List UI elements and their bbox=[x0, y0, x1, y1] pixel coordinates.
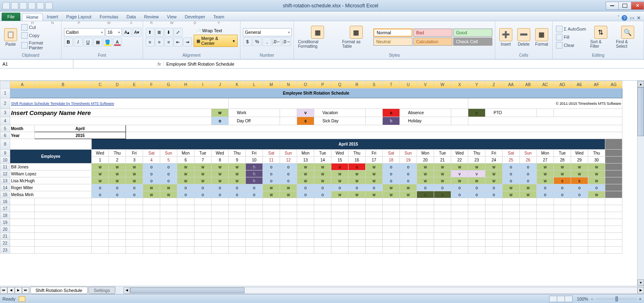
empty-cell[interactable] bbox=[280, 240, 297, 247]
empty-cell[interactable] bbox=[571, 198, 588, 205]
spacer[interactable] bbox=[451, 117, 468, 125]
shift-cell[interactable]: o bbox=[400, 164, 417, 170]
zoom-level[interactable]: 100% bbox=[577, 296, 588, 301]
view-pagebreak-icon[interactable] bbox=[565, 296, 573, 302]
shift-cell[interactable]: w bbox=[348, 170, 366, 177]
row-header-2[interactable]: 2 bbox=[0, 98, 10, 109]
empty-cell[interactable] bbox=[331, 233, 348, 240]
empty-cell[interactable] bbox=[92, 212, 109, 219]
shift-cell[interactable]: w bbox=[314, 164, 331, 170]
empty-cell[interactable] bbox=[554, 198, 571, 205]
legend-s[interactable]: s bbox=[297, 117, 314, 125]
qa-open-icon[interactable] bbox=[45, 2, 53, 9]
shift-cell[interactable]: o bbox=[194, 191, 212, 198]
empty-cell[interactable] bbox=[554, 205, 571, 212]
shift-cell[interactable]: o bbox=[160, 170, 177, 177]
dow-22[interactable]: Wed bbox=[451, 150, 468, 157]
shift-cell[interactable]: w bbox=[229, 177, 246, 184]
empty-cell[interactable] bbox=[280, 212, 297, 219]
empty-cell[interactable] bbox=[246, 247, 263, 254]
empty-cell[interactable] bbox=[588, 247, 605, 254]
empty-cell[interactable] bbox=[109, 226, 126, 233]
daynum-4[interactable]: 4 bbox=[143, 157, 160, 164]
empty-cell[interactable] bbox=[126, 219, 143, 226]
decrease-font-icon[interactable]: A▾ bbox=[132, 28, 141, 37]
empty-cell[interactable] bbox=[520, 219, 537, 226]
shift-cell[interactable]: o bbox=[160, 177, 177, 184]
shift-cell[interactable]: o bbox=[212, 184, 229, 191]
style-bad[interactable]: Bad bbox=[413, 29, 452, 37]
spacer[interactable] bbox=[366, 109, 383, 117]
empty-cell[interactable] bbox=[263, 219, 280, 226]
row-header-15[interactable]: 15 bbox=[0, 191, 10, 198]
empty-cell[interactable] bbox=[246, 205, 263, 212]
legend-v[interactable]: v bbox=[297, 109, 314, 117]
col-header-N[interactable]: N bbox=[280, 81, 297, 88]
empty-cell[interactable] bbox=[314, 205, 331, 212]
shift-cell[interactable]: o bbox=[126, 184, 143, 191]
empty-cell[interactable] bbox=[400, 240, 417, 247]
daynum-25[interactable]: 25 bbox=[503, 157, 520, 164]
ribbon-tab-insert[interactable]: InsertN bbox=[43, 13, 62, 21]
empty-cell[interactable] bbox=[109, 247, 126, 254]
shift-cell[interactable]: w bbox=[143, 191, 160, 198]
empty-cell[interactable] bbox=[246, 233, 263, 240]
dow-24[interactable]: Fri bbox=[485, 150, 503, 157]
empty-cell[interactable] bbox=[92, 219, 109, 226]
legend-label-w[interactable]: Work bbox=[229, 109, 280, 117]
col-header-V[interactable]: V bbox=[417, 81, 434, 88]
empty-cell[interactable] bbox=[520, 212, 537, 219]
scroll-down-icon[interactable]: ▼ bbox=[637, 279, 644, 286]
shift-cell[interactable]: w bbox=[554, 164, 571, 170]
fill-color-button[interactable]: 🪣 bbox=[103, 38, 112, 46]
row-header-20[interactable]: 20 bbox=[0, 226, 10, 233]
shift-cell[interactable]: w bbox=[92, 164, 109, 170]
empty-cell[interactable] bbox=[417, 219, 434, 226]
empty-cell[interactable] bbox=[383, 219, 400, 226]
empty-cell[interactable] bbox=[35, 219, 92, 226]
shift-cell[interactable]: w bbox=[554, 170, 571, 177]
row-header-3[interactable]: 3 bbox=[0, 109, 10, 117]
empty-cell[interactable] bbox=[383, 233, 400, 240]
empty-cell[interactable] bbox=[194, 219, 212, 226]
shift-cell[interactable]: o bbox=[246, 184, 263, 191]
shift-cell[interactable]: w bbox=[194, 177, 212, 184]
employee-name[interactable]: Bill Jones bbox=[10, 164, 92, 170]
underline-button[interactable]: U bbox=[84, 38, 93, 46]
shift-cell[interactable]: w bbox=[194, 170, 212, 177]
shift-cell[interactable]: o bbox=[503, 164, 520, 170]
empty-cell[interactable] bbox=[503, 219, 520, 226]
empty-cell[interactable] bbox=[143, 240, 160, 247]
empty-cell[interactable] bbox=[417, 198, 434, 205]
dow-23[interactable]: Thu bbox=[468, 150, 485, 157]
ribbon-tab-page-layout[interactable]: Page LayoutP bbox=[62, 13, 96, 21]
shift-cell[interactable]: w bbox=[229, 170, 246, 177]
macro-record-icon[interactable] bbox=[19, 296, 25, 302]
empty-cell[interactable] bbox=[588, 212, 605, 219]
empty-cell[interactable] bbox=[554, 212, 571, 219]
empty-cell[interactable] bbox=[468, 240, 485, 247]
empty-cell[interactable] bbox=[417, 233, 434, 240]
end-col[interactable] bbox=[605, 164, 622, 170]
ribbon-tab-home[interactable]: HomeH bbox=[22, 13, 43, 21]
empty-cell[interactable] bbox=[297, 240, 314, 247]
empty-cell[interactable] bbox=[331, 198, 348, 205]
legend-h[interactable]: h bbox=[383, 117, 400, 125]
col-header-U[interactable]: U bbox=[400, 81, 417, 88]
empty-cell[interactable] bbox=[109, 233, 126, 240]
empty-cell[interactable] bbox=[588, 205, 605, 212]
empty-cell[interactable] bbox=[400, 247, 417, 254]
dow-28[interactable]: Tue bbox=[554, 150, 571, 157]
shift-cell[interactable]: o bbox=[571, 191, 588, 198]
shift-cell[interactable]: w bbox=[588, 164, 605, 170]
currency-icon[interactable]: $ bbox=[243, 37, 252, 46]
shift-cell[interactable]: w bbox=[571, 164, 588, 170]
row-header-23[interactable]: 23 bbox=[0, 247, 10, 254]
sheet-nav-next-icon[interactable]: ▶ bbox=[15, 287, 22, 294]
dow-27[interactable]: Mon bbox=[537, 150, 554, 157]
dow-15[interactable]: Wed bbox=[331, 150, 348, 157]
dow-30[interactable]: Thu bbox=[588, 150, 605, 157]
col-header-AE[interactable]: AE bbox=[571, 81, 588, 88]
shift-cell[interactable]: w bbox=[588, 170, 605, 177]
empty-cell[interactable] bbox=[451, 247, 468, 254]
